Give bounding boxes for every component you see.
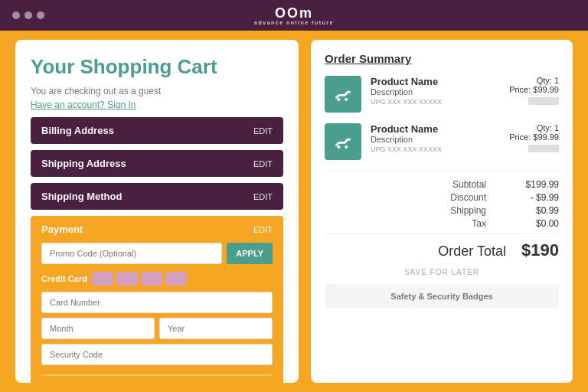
discount-value: - $9.99: [517, 192, 559, 203]
cc-icon-2: [116, 272, 138, 286]
cc-icons: [92, 272, 187, 286]
dot-1: [12, 11, 20, 19]
billing-address-button[interactable]: Billing Address EDIT: [31, 117, 283, 144]
discount-row: Discount - $9.99: [325, 192, 559, 203]
price-bar-1: [528, 97, 559, 105]
product-price-2: Price: $99.99: [509, 132, 559, 142]
shipping-label: Shipping: [450, 205, 486, 216]
subtotal-row: Subtotal $199.99: [325, 179, 559, 190]
product-item-1: Product Name Description UPG XXX XXX XXX…: [325, 76, 559, 113]
product-icon-2: [332, 131, 354, 152]
product-name-2: Product Name: [371, 123, 500, 135]
logo-text: OOm: [275, 6, 313, 20]
product-desc-1: Description: [371, 87, 500, 96]
tax-row: Tax $0.00: [325, 218, 559, 229]
svg-point-1: [345, 98, 348, 101]
shipping-value: $0.99: [517, 205, 559, 216]
cc-label: Credit Card: [41, 274, 87, 283]
shipping-row: Shipping $0.99: [325, 205, 559, 216]
product-qty-1: Qty: 1: [509, 76, 559, 85]
main-content: Your Shopping Cart You are checking out …: [0, 31, 588, 392]
cc-label-row: Credit Card: [41, 272, 273, 286]
page-title: Your Shopping Cart: [31, 55, 283, 79]
logo-tagline: advance online future: [254, 20, 334, 25]
payment-title: Payment: [41, 224, 83, 235]
product-info-2: Product Name Description UPG XXX XXX XXX…: [371, 123, 500, 153]
tax-label: Tax: [472, 218, 486, 229]
payment-edit: EDIT: [253, 225, 273, 234]
product-thumb-2: [325, 123, 361, 160]
order-total-row: Order Total $190: [325, 234, 559, 260]
browser-chrome: OOm advance online future: [0, 0, 588, 31]
signin-link[interactable]: Have an account? Sign In: [31, 100, 136, 110]
cc-icon-1: [92, 272, 113, 286]
order-total-value: $190: [521, 240, 559, 260]
month-input[interactable]: [41, 318, 155, 339]
product-upg-1: UPG XXX XXX XXXXX: [371, 98, 500, 106]
svg-point-0: [337, 98, 340, 101]
svg-point-2: [337, 145, 340, 149]
subtotal-label: Subtotal: [452, 179, 486, 190]
cc-icon-3: [141, 272, 162, 286]
save-later-text[interactable]: SAVE FOR LATER: [325, 268, 559, 276]
billing-edit: EDIT: [253, 126, 273, 136]
product-qty-2: Qty: 1: [509, 123, 559, 132]
product-desc-2: Description: [371, 135, 500, 144]
guest-text: You are checking out as a guest: [31, 86, 161, 96]
billing-label: Billing Address: [41, 125, 114, 136]
expiry-row: [41, 318, 273, 339]
price-bar-2: [528, 145, 559, 152]
order-summary-title: Order Summary: [325, 52, 559, 65]
product-upg-2: UPG XXX XXX XXXXX: [371, 145, 500, 153]
product-name-1: Product Name: [371, 76, 500, 87]
product-thumb-1: [325, 76, 361, 113]
payment-header: Payment EDIT: [41, 224, 273, 235]
apply-button[interactable]: APPLY: [227, 243, 273, 264]
year-input[interactable]: [159, 318, 273, 339]
tax-value: $0.00: [517, 218, 559, 229]
promo-input[interactable]: [41, 243, 222, 264]
product-pricing-2: Qty: 1 Price: $99.99: [509, 123, 559, 152]
discount-label: Discount: [450, 192, 486, 203]
security-badges: Safety & Security Badges: [325, 284, 559, 309]
shipping-address-button[interactable]: Shipping Address EDIT: [31, 150, 283, 177]
dot-2: [24, 11, 32, 19]
shipping-address-edit: EDIT: [253, 159, 273, 168]
right-panel: Order Summary Product Name Description U…: [311, 40, 573, 383]
promo-row: APPLY: [41, 243, 273, 264]
svg-point-3: [345, 145, 348, 149]
product-pricing-1: Qty: 1 Price: $99.99: [509, 76, 559, 105]
payment-section: Payment EDIT APPLY Credit Card: [31, 216, 283, 383]
shipping-address-label: Shipping Address: [41, 158, 126, 169]
subtotal-value: $199.99: [517, 179, 559, 190]
divider: [41, 374, 273, 376]
shipping-method-button[interactable]: Shipping Method EDIT: [31, 183, 283, 210]
guest-info: You are checking out as a guest: [31, 83, 283, 97]
card-number-input[interactable]: [41, 292, 273, 313]
dot-3: [37, 11, 44, 19]
shipping-method-edit: EDIT: [253, 192, 273, 201]
product-price-1: Price: $99.99: [509, 85, 559, 94]
shipping-method-label: Shipping Method: [41, 191, 122, 202]
security-code-input[interactable]: [41, 344, 273, 365]
totals-section: Subtotal $199.99 Discount - $9.99 Shippi…: [325, 171, 559, 229]
left-panel: Your Shopping Cart You are checking out …: [15, 40, 299, 383]
signin-row: Have an account? Sign In: [31, 97, 283, 111]
order-total-label: Order Total: [438, 243, 506, 260]
cc-icon-4: [165, 272, 187, 286]
product-info-1: Product Name Description UPG XXX XXX XXX…: [371, 76, 500, 106]
product-icon-1: [332, 83, 354, 105]
browser-logo: OOm advance online future: [254, 6, 334, 25]
browser-dots: [12, 11, 44, 19]
product-item-2: Product Name Description UPG XXX XXX XXX…: [325, 123, 559, 160]
